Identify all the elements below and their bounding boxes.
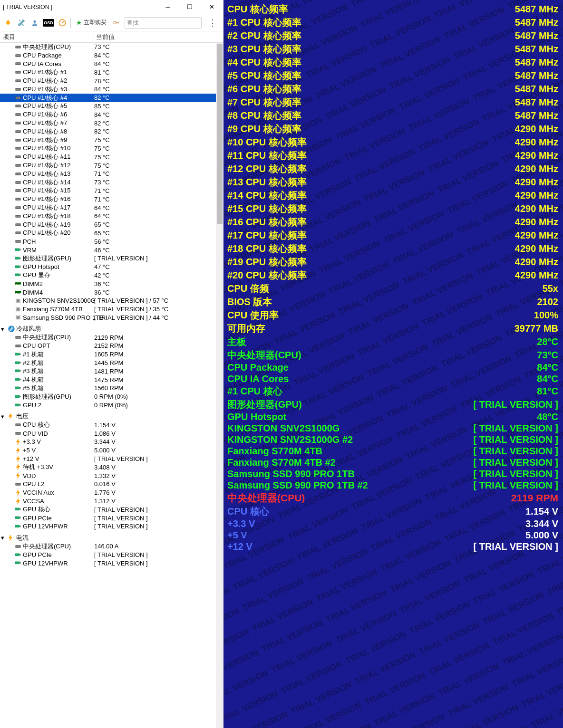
chip-icon [14,163,22,168]
sensor-label: +5 V [23,447,36,454]
sensor-row[interactable]: CPU #1/核心 #1275 °C [0,161,223,170]
sensor-row[interactable]: CPU #1/核心 #585 °C [0,102,223,111]
sensor-row[interactable]: CPU 核心1.154 V [0,421,223,429]
chip-icon [14,422,22,427]
sensor-row[interactable]: CPU OPT2152 RPM [0,342,223,350]
flame-icon[interactable] [3,18,13,28]
user-icon[interactable] [29,18,40,28]
sensor-row[interactable]: CPU Package84 °C [0,51,223,60]
sensor-row[interactable]: #5 机箱1560 RPM [0,384,223,393]
sensor-row[interactable]: +12 V[ TRIAL VERSION ] [0,455,223,463]
sensor-row[interactable]: CPU #1/核心 #1175 °C [0,153,223,161]
sensor-row[interactable]: +5 V5.000 V [0,446,223,455]
sensor-row[interactable]: +3.3 V3.344 V [0,438,223,446]
tools-icon[interactable] [16,18,27,28]
group-冷却风扇[interactable]: ▾冷却风扇 [0,325,223,333]
sensor-row[interactable]: CPU L20.016 V [0,480,223,489]
sensor-row[interactable]: GPU Hotspot47 °C [0,263,223,271]
sensor-value: 84 °C [94,60,110,67]
sensor-row[interactable]: VCCIN Aux1.776 V [0,489,223,497]
sensor-row[interactable]: 图形处理器(GPU)0 RPM (0%) [0,393,223,401]
sensor-row[interactable]: DIMM436 °C [0,288,223,297]
osd-row: #9 CPU 核心频率4290 MHz [227,123,558,135]
minimize-button[interactable]: ─ [157,0,179,14]
sensor-row[interactable]: #3 机箱1481 RPM [0,367,223,375]
sensor-row[interactable]: CPU #1/核心 #2065 °C [0,229,223,238]
sensor-row[interactable]: CPU #1/核心 #684 °C [0,110,223,119]
sensor-row[interactable]: GPU 核心[ TRIAL VERSION ] [0,505,223,514]
osd-label: #5 CPU 核心频率 [227,69,301,82]
key-icon[interactable] [111,18,122,28]
search-input[interactable] [127,19,199,26]
sensor-row[interactable]: CPU #1/核心 #384 °C [0,85,223,94]
close-button[interactable]: ✕ [201,0,223,14]
sensor-label: CPU #1/核心 #9 [23,136,67,144]
sensor-row[interactable]: CPU #1/核心 #1371 °C [0,170,223,178]
svg-rect-36 [16,182,20,183]
sensor-tree[interactable]: 中央处理器(CPU)73 °CCPU Package84 °CCPU IA Co… [0,43,223,728]
sensor-row[interactable]: GPU PCIe[ TRIAL VERSION ] [0,514,223,522]
expand-icon[interactable]: ▾ [1,413,8,420]
sensor-row[interactable]: 图形处理器(GPU)[ TRIAL VERSION ] [0,254,223,263]
sensor-row[interactable]: CPU #1/核心 #782 °C [0,119,223,127]
sensor-label: VRM [23,247,37,254]
scrollbar[interactable] [216,43,223,728]
sensor-row[interactable]: GPU 显存42 °C [0,271,223,280]
sensor-value: [ TRIAL VERSION ] [94,523,148,530]
group-电压[interactable]: ▾电压 [0,412,223,421]
osd-label: CPU Package [227,362,289,373]
svg-rect-109 [20,554,21,555]
sensor-row[interactable]: VCCSA1.312 V [0,497,223,506]
sensor-row[interactable]: GPU 12VHPWR[ TRIAL VERSION ] [0,522,223,531]
sensor-label: 中央处理器(CPU) [23,542,71,551]
osd-label: +5 V [227,530,247,541]
sensor-label: KINGSTON SNV2S1000G [23,297,96,304]
search-box[interactable] [125,17,202,29]
sensor-row[interactable]: 中央处理器(CPU)73 °C [0,43,223,51]
group-电流[interactable]: ▾电流 [0,534,223,542]
buy-now-button[interactable]: 立即购买 [74,19,108,27]
sensor-row[interactable]: GPU PCIe[ TRIAL VERSION ] [0,551,223,559]
sensor-row[interactable]: 待机 +3.3V3.408 V [0,463,223,471]
sensor-row[interactable]: CPU #1/核心 #181 °C [0,68,223,77]
svg-rect-32 [16,165,20,166]
expand-icon[interactable]: ▾ [1,534,8,541]
scrollbar-thumb[interactable] [217,44,223,224]
osd-label: #7 CPU 核心频率 [227,96,301,109]
sensor-row[interactable]: #1 机箱1605 RPM [0,350,223,359]
sensor-row[interactable]: CPU #1/核心 #482 °C [0,94,223,102]
sensor-row[interactable]: CPU #1/核心 #1864 °C [0,212,223,220]
sensor-row[interactable]: Fanxiang S770M 4TB[ TRIAL VERSION ] / 35… [0,305,223,314]
sensor-row[interactable]: CPU #1/核心 #975 °C [0,136,223,144]
col-name-header[interactable]: 项目 [0,31,94,42]
sensor-row[interactable]: CPU #1/核心 #1671 °C [0,195,223,203]
sensor-value: 46 °C [94,247,110,254]
sensor-row[interactable]: CPU #1/核心 #1571 °C [0,187,223,195]
sensor-row[interactable]: 中央处理器(CPU)146.00 A [0,542,223,551]
sensor-row[interactable]: DIMM236 °C [0,279,223,288]
maximize-button[interactable]: ☐ [179,0,201,14]
gauge-icon[interactable] [57,18,68,28]
sensor-row[interactable]: GPU 12VHPWR[ TRIAL VERSION ] [0,559,223,567]
sensor-row[interactable]: CPU #1/核心 #278 °C [0,77,223,85]
sensor-row[interactable]: CPU #1/核心 #1075 °C [0,144,223,153]
sensor-row[interactable]: KINGSTON SNV2S1000G[ TRIAL VERSION ] / 5… [0,297,223,305]
overflow-menu[interactable]: ⋮ [204,18,221,28]
col-value-header[interactable]: 当前值 [94,33,223,41]
sensor-row[interactable]: 中央处理器(CPU)2129 RPM [0,333,223,342]
sensor-row[interactable]: VDD1.332 V [0,471,223,480]
sensor-row[interactable]: VRM46 °C [0,246,223,254]
sensor-row[interactable]: PCH56 °C [0,237,223,246]
sensor-row[interactable]: #2 机箱1445 RPM [0,359,223,367]
sensor-row[interactable]: CPU #1/核心 #1764 °C [0,203,223,212]
sensor-row[interactable]: CPU VID1.086 V [0,429,223,438]
sensor-row[interactable]: GPU 20 RPM (0%) [0,401,223,410]
osd-icon[interactable]: OSD [43,19,54,27]
expand-icon[interactable]: ▾ [1,326,8,333]
sensor-row[interactable]: CPU #1/核心 #1473 °C [0,178,223,187]
sensor-row[interactable]: CPU #1/核心 #1965 °C [0,220,223,229]
sensor-row[interactable]: CPU IA Cores84 °C [0,60,223,68]
sensor-row[interactable]: CPU #1/核心 #882 °C [0,127,223,136]
sensor-row[interactable]: #4 机箱1475 RPM [0,375,223,384]
sensor-row[interactable]: Samsung SSD 990 PRO 1TB[ TRIAL VERSION ]… [0,314,223,322]
